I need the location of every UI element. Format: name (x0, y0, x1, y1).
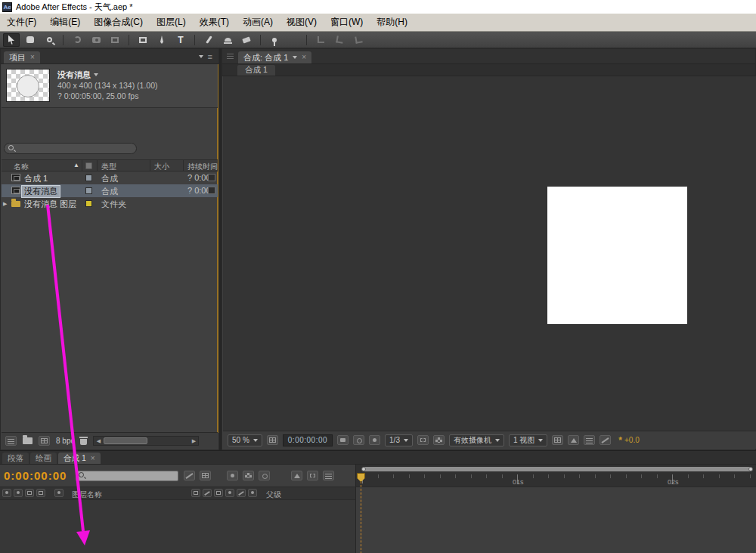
eye-icon[interactable] (2, 489, 11, 497)
timeline-search-input[interactable] (76, 471, 178, 481)
navigator-end-handle[interactable] (748, 467, 753, 471)
close-icon[interactable]: × (30, 54, 35, 61)
camera-tool-button[interactable] (88, 33, 104, 47)
reset-exposure-icon[interactable]: * (618, 435, 622, 446)
local-axis-mode-button[interactable] (312, 33, 329, 47)
eraser-tool-button[interactable] (238, 33, 255, 47)
row-name[interactable]: 没有消息 图层 (24, 199, 76, 210)
pixel-aspect-correction-icon[interactable] (552, 435, 563, 445)
menu-window[interactable]: 窗口(W) (324, 16, 370, 29)
tab-composition-viewer[interactable]: 合成: 合成 1 × (238, 51, 311, 63)
view-axis-mode-button[interactable] (350, 33, 367, 47)
tab-paragraph[interactable]: 段落 (2, 453, 29, 464)
label-column-icon[interactable] (85, 162, 92, 169)
fast-preview-icon[interactable] (568, 435, 579, 445)
snapshot-icon[interactable] (337, 435, 349, 445)
scrollbar-thumb[interactable] (104, 437, 147, 444)
view-layout-select[interactable]: 1 视图 (509, 434, 547, 446)
scroll-left-icon[interactable]: ◀ (94, 437, 103, 445)
motion-blur-icon[interactable] (259, 471, 270, 480)
brush-tool-button[interactable] (200, 33, 217, 47)
menu-view[interactable]: 视图(V) (280, 16, 324, 29)
close-icon[interactable]: × (91, 455, 95, 462)
brainstorm-icon[interactable] (291, 471, 302, 480)
scroll-right-icon[interactable]: ▶ (189, 437, 198, 445)
panel-grip-icon[interactable] (227, 54, 234, 60)
pan-behind-tool-button[interactable] (107, 33, 123, 47)
selection-tool-button[interactable] (3, 33, 20, 47)
world-axis-mode-button[interactable] (331, 33, 348, 47)
interpret-footage-icon[interactable] (5, 436, 17, 446)
item-name-row[interactable]: 没有消息 (57, 70, 158, 80)
fx-icon[interactable] (203, 489, 212, 497)
quality-icon[interactable] (214, 489, 223, 497)
project-search-input[interactable] (4, 143, 137, 154)
table-row-comp1[interactable]: 合成 1 合成 ? 0:00 (2, 171, 218, 184)
resolution-select[interactable]: 1/3 (385, 434, 413, 446)
menu-help[interactable]: 帮助(H) (370, 16, 414, 29)
audio-icon[interactable] (14, 489, 23, 497)
composition-timecode[interactable]: 0:00:00:00 (283, 434, 333, 446)
label-color-chip[interactable] (85, 175, 92, 181)
auto-keyframe-icon[interactable] (307, 471, 318, 480)
channels-icon[interactable] (369, 435, 380, 445)
row-name[interactable]: 没有消息 (22, 186, 60, 197)
bit-depth-button[interactable]: 8 bpc (56, 437, 74, 445)
label-color-chip[interactable] (85, 187, 92, 194)
rotation-tool-button[interactable] (69, 33, 85, 47)
safe-zones-icon[interactable] (267, 435, 278, 445)
expander-icon[interactable]: ▶ (3, 201, 7, 206)
menu-edit[interactable]: 编辑(E) (43, 16, 87, 29)
panel-menu-icon[interactable]: ≡ (208, 52, 212, 61)
motion-blur-column-icon[interactable] (248, 489, 257, 497)
column-header-name[interactable]: 名称 (14, 162, 29, 172)
frame-blending-icon[interactable] (243, 471, 254, 480)
zoom-select[interactable]: 50 % (228, 434, 262, 446)
camera-select[interactable]: 有效摄像机 (449, 434, 504, 446)
time-ruler[interactable]: 01s 02s (355, 465, 756, 487)
collapse-transformations-icon[interactable] (191, 489, 200, 497)
tab-timeline-comp1[interactable]: 合成 1 × (58, 453, 101, 464)
menu-effect[interactable]: 效果(T) (193, 16, 236, 29)
clone-stamp-tool-button[interactable] (219, 33, 236, 47)
label-color-chip[interactable] (85, 200, 92, 207)
menu-file[interactable]: 文件(F) (0, 16, 43, 29)
comp-mini-flowchart-icon[interactable] (184, 471, 195, 480)
chevron-down-icon[interactable] (293, 56, 297, 59)
column-header-size[interactable]: 大小 (154, 162, 169, 172)
column-header-type[interactable]: 类型 (101, 162, 116, 172)
zoom-tool-button[interactable] (41, 33, 57, 47)
column-header-duration[interactable]: 持续时间 (187, 162, 218, 172)
puppet-pin-tool-button[interactable] (266, 33, 283, 47)
pen-tool-button[interactable] (153, 33, 170, 47)
viewer-tab-comp1[interactable]: 合成 1 (237, 65, 275, 76)
transparency-grid-icon[interactable] (433, 435, 445, 445)
tab-project[interactable]: 项目 × (4, 51, 40, 63)
hide-shy-layers-icon[interactable] (227, 471, 238, 480)
region-of-interest-icon[interactable] (417, 435, 429, 445)
close-icon[interactable]: × (302, 54, 306, 61)
tab-paint[interactable]: 绘画 (30, 453, 57, 464)
menu-composition[interactable]: 图像合成(C) (87, 16, 150, 29)
navigator-start-handle[interactable] (361, 467, 366, 471)
menu-layer[interactable]: 图层(L) (150, 16, 193, 29)
timeline-button-icon[interactable] (584, 435, 595, 445)
table-row-no-message[interactable]: 没有消息 合成 ? 0:00 (2, 184, 218, 197)
chevron-down-icon[interactable] (199, 55, 203, 58)
frame-blend-column-icon[interactable] (237, 489, 246, 497)
label-color-column-icon[interactable] (54, 489, 64, 497)
horizontal-scrollbar[interactable]: ◀ ▶ (93, 436, 199, 446)
mask-shape-tool-button[interactable] (135, 33, 151, 47)
delete-icon[interactable] (80, 437, 87, 445)
draft-3d-icon[interactable] (200, 471, 211, 480)
row-name[interactable]: 合成 1 (24, 173, 48, 184)
timeline-timecode[interactable]: 0:00:00:00 (4, 469, 67, 482)
comp-flowchart-icon[interactable] (600, 435, 611, 445)
table-row-folder[interactable]: ▶ 没有消息 图层 文件夹 (2, 197, 218, 210)
lock-icon[interactable] (36, 489, 45, 497)
solo-icon[interactable] (25, 489, 34, 497)
new-composition-icon[interactable] (39, 436, 50, 446)
graph-editor-icon[interactable] (323, 471, 334, 480)
sort-ascending-icon[interactable]: ▲ (73, 162, 79, 168)
effects-icon[interactable] (225, 489, 234, 497)
